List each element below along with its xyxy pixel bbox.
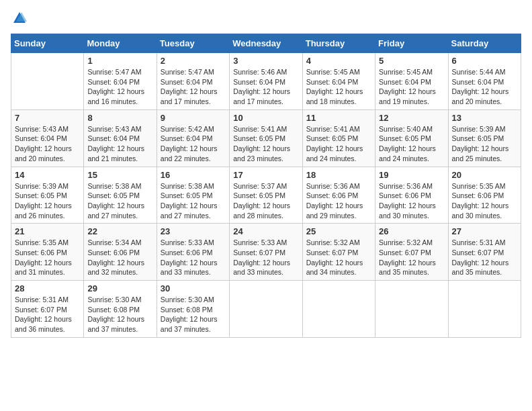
header-thursday: Thursday [302, 34, 375, 53]
days-header-row: Sunday Monday Tuesday Wednesday Thursday… [11, 34, 521, 53]
day-number: 10 [233, 113, 298, 123]
day-number: 7 [15, 113, 80, 123]
day-number: 28 [15, 283, 80, 293]
calendar-cell [375, 281, 448, 338]
calendar-cell: 27Sunrise: 5:31 AMSunset: 6:07 PMDayligh… [448, 224, 521, 281]
calendar-cell: 15Sunrise: 5:38 AMSunset: 6:05 PMDayligh… [84, 167, 157, 224]
day-info: Sunrise: 5:41 AMSunset: 6:05 PMDaylight:… [233, 124, 298, 164]
day-number: 16 [161, 170, 226, 180]
day-number: 26 [379, 226, 444, 236]
day-number: 2 [161, 56, 226, 66]
calendar-cell [11, 53, 84, 110]
day-number: 27 [452, 226, 517, 236]
calendar-cell: 14Sunrise: 5:39 AMSunset: 6:05 PMDayligh… [11, 167, 84, 224]
calendar-cell: 18Sunrise: 5:36 AMSunset: 6:06 PMDayligh… [302, 167, 375, 224]
day-number: 3 [233, 56, 298, 66]
day-number: 24 [233, 226, 298, 236]
calendar-cell: 23Sunrise: 5:33 AMSunset: 6:06 PMDayligh… [157, 224, 229, 281]
day-number: 5 [379, 56, 444, 66]
calendar-cell [230, 281, 302, 338]
day-number: 21 [15, 226, 80, 236]
calendar-cell: 29Sunrise: 5:30 AMSunset: 6:08 PMDayligh… [84, 281, 157, 338]
day-number: 1 [87, 56, 152, 66]
header-friday: Friday [375, 34, 448, 53]
calendar-cell: 21Sunrise: 5:35 AMSunset: 6:06 PMDayligh… [11, 224, 84, 281]
logo-icon [12, 11, 27, 26]
calendar-cell: 3Sunrise: 5:46 AMSunset: 6:04 PMDaylight… [230, 53, 302, 110]
day-info: Sunrise: 5:38 AMSunset: 6:05 PMDaylight:… [87, 181, 152, 221]
day-number: 20 [452, 170, 517, 180]
calendar-cell: 10Sunrise: 5:41 AMSunset: 6:05 PMDayligh… [230, 109, 302, 167]
day-info: Sunrise: 5:32 AMSunset: 6:07 PMDaylight:… [379, 238, 444, 277]
day-info: Sunrise: 5:44 AMSunset: 6:04 PMDaylight:… [452, 67, 517, 107]
day-info: Sunrise: 5:30 AMSunset: 6:08 PMDaylight:… [161, 295, 226, 334]
week-row-1: 1Sunrise: 5:47 AMSunset: 6:04 PMDaylight… [11, 53, 521, 110]
day-number: 17 [233, 170, 298, 180]
day-number: 12 [379, 113, 444, 123]
day-info: Sunrise: 5:32 AMSunset: 6:07 PMDaylight:… [306, 238, 371, 277]
day-info: Sunrise: 5:30 AMSunset: 6:08 PMDaylight:… [87, 295, 152, 334]
calendar-cell: 5Sunrise: 5:45 AMSunset: 6:04 PMDaylight… [375, 53, 448, 110]
day-number: 6 [452, 56, 517, 66]
day-info: Sunrise: 5:35 AMSunset: 6:06 PMDaylight:… [15, 238, 80, 277]
day-info: Sunrise: 5:45 AMSunset: 6:04 PMDaylight:… [306, 67, 371, 107]
calendar-cell: 30Sunrise: 5:30 AMSunset: 6:08 PMDayligh… [157, 281, 229, 338]
day-number: 22 [87, 226, 152, 236]
day-info: Sunrise: 5:39 AMSunset: 6:05 PMDaylight:… [452, 124, 517, 164]
day-info: Sunrise: 5:45 AMSunset: 6:04 PMDaylight:… [379, 67, 444, 107]
calendar-cell: 26Sunrise: 5:32 AMSunset: 6:07 PMDayligh… [375, 224, 448, 281]
day-number: 30 [161, 283, 226, 293]
calendar-cell: 17Sunrise: 5:37 AMSunset: 6:05 PMDayligh… [230, 167, 302, 224]
calendar-cell: 8Sunrise: 5:43 AMSunset: 6:04 PMDaylight… [84, 109, 157, 167]
day-number: 25 [306, 226, 371, 236]
day-info: Sunrise: 5:42 AMSunset: 6:04 PMDaylight:… [161, 124, 226, 164]
day-info: Sunrise: 5:38 AMSunset: 6:05 PMDaylight:… [161, 181, 226, 221]
calendar-cell: 7Sunrise: 5:43 AMSunset: 6:04 PMDaylight… [11, 109, 84, 167]
day-info: Sunrise: 5:39 AMSunset: 6:05 PMDaylight:… [15, 181, 80, 221]
calendar-cell: 13Sunrise: 5:39 AMSunset: 6:05 PMDayligh… [448, 109, 521, 167]
header-tuesday: Tuesday [157, 34, 229, 53]
day-info: Sunrise: 5:31 AMSunset: 6:07 PMDaylight:… [452, 238, 517, 277]
header-saturday: Saturday [448, 34, 521, 53]
calendar-cell: 6Sunrise: 5:44 AMSunset: 6:04 PMDaylight… [448, 53, 521, 110]
day-number: 19 [379, 170, 444, 180]
calendar-cell: 20Sunrise: 5:35 AMSunset: 6:06 PMDayligh… [448, 167, 521, 224]
calendar-cell [302, 281, 375, 338]
day-number: 8 [87, 113, 152, 123]
calendar-table: Sunday Monday Tuesday Wednesday Thursday… [11, 34, 521, 338]
week-row-5: 28Sunrise: 5:31 AMSunset: 6:07 PMDayligh… [11, 281, 521, 338]
day-info: Sunrise: 5:31 AMSunset: 6:07 PMDaylight:… [15, 295, 80, 334]
week-row-2: 7Sunrise: 5:43 AMSunset: 6:04 PMDaylight… [11, 109, 521, 167]
day-info: Sunrise: 5:43 AMSunset: 6:04 PMDaylight:… [15, 124, 80, 164]
day-number: 29 [87, 283, 152, 293]
calendar-cell: 19Sunrise: 5:36 AMSunset: 6:06 PMDayligh… [375, 167, 448, 224]
calendar-cell: 16Sunrise: 5:38 AMSunset: 6:05 PMDayligh… [157, 167, 229, 224]
day-info: Sunrise: 5:41 AMSunset: 6:05 PMDaylight:… [306, 124, 371, 164]
day-info: Sunrise: 5:36 AMSunset: 6:06 PMDaylight:… [306, 181, 371, 221]
header-sunday: Sunday [11, 34, 84, 53]
day-number: 23 [161, 226, 226, 236]
logo [11, 11, 27, 26]
week-row-3: 14Sunrise: 5:39 AMSunset: 6:05 PMDayligh… [11, 167, 521, 224]
calendar-cell: 2Sunrise: 5:47 AMSunset: 6:04 PMDaylight… [157, 53, 229, 110]
day-info: Sunrise: 5:33 AMSunset: 6:06 PMDaylight:… [161, 238, 226, 277]
calendar-cell [448, 281, 521, 338]
day-number: 13 [452, 113, 517, 123]
day-info: Sunrise: 5:33 AMSunset: 6:07 PMDaylight:… [233, 238, 298, 277]
day-info: Sunrise: 5:34 AMSunset: 6:06 PMDaylight:… [87, 238, 152, 277]
calendar-cell: 24Sunrise: 5:33 AMSunset: 6:07 PMDayligh… [230, 224, 302, 281]
calendar-cell: 11Sunrise: 5:41 AMSunset: 6:05 PMDayligh… [302, 109, 375, 167]
calendar-cell: 25Sunrise: 5:32 AMSunset: 6:07 PMDayligh… [302, 224, 375, 281]
day-number: 4 [306, 56, 371, 66]
day-info: Sunrise: 5:37 AMSunset: 6:05 PMDaylight:… [233, 181, 298, 221]
calendar-cell: 4Sunrise: 5:45 AMSunset: 6:04 PMDaylight… [302, 53, 375, 110]
calendar-cell: 28Sunrise: 5:31 AMSunset: 6:07 PMDayligh… [11, 281, 84, 338]
page-header [11, 11, 521, 26]
calendar-cell: 1Sunrise: 5:47 AMSunset: 6:04 PMDaylight… [84, 53, 157, 110]
day-number: 14 [15, 170, 80, 180]
day-number: 11 [306, 113, 371, 123]
day-info: Sunrise: 5:43 AMSunset: 6:04 PMDaylight:… [87, 124, 152, 164]
day-info: Sunrise: 5:46 AMSunset: 6:04 PMDaylight:… [233, 67, 298, 107]
day-number: 18 [306, 170, 371, 180]
calendar-cell: 9Sunrise: 5:42 AMSunset: 6:04 PMDaylight… [157, 109, 229, 167]
